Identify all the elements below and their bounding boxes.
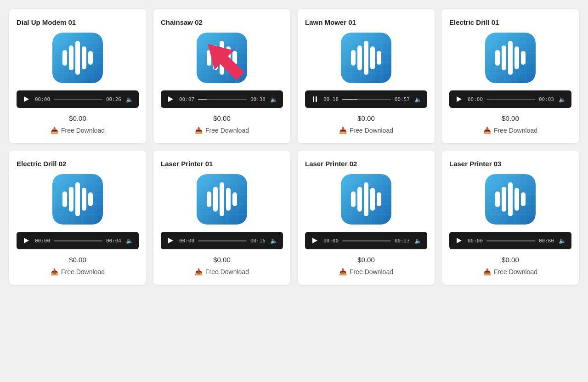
svg-rect-67: [69, 187, 74, 212]
sound-card-laser-printer-01: Laser Printer 01: [153, 151, 290, 285]
audio-player-electric-drill-01: 00:00 00:03 🔈: [449, 90, 571, 108]
sound-card-dial-up-modem-01: Dial Up Modem 01: [9, 9, 146, 143]
current-time-laser-printer-01: 00:00: [179, 238, 194, 244]
volume-icon: 🔈: [559, 96, 566, 103]
price-laser-printer-03: $0.00: [502, 256, 519, 264]
total-time-electric-drill-01: 00:03: [539, 96, 554, 102]
total-time-laser-printer-03: 00:60: [539, 238, 554, 244]
play-button-laser-printer-03[interactable]: [454, 236, 464, 246]
svg-rect-81: [213, 187, 218, 212]
volume-button-laser-printer-01[interactable]: 🔈: [269, 236, 278, 245]
audio-player-laser-printer-02: 00:00 00:23 🔈: [305, 232, 427, 249]
progress-bar-chainsaw-02[interactable]: [198, 99, 247, 100]
audio-player-electric-drill-02: 00:00 00:04 🔈: [17, 232, 139, 249]
current-time-dial-up-modem-01: 00:00: [35, 96, 50, 102]
download-link-lawn-mower-01[interactable]: 📥 Free Download: [339, 127, 393, 134]
svg-rect-40: [364, 41, 368, 75]
svg-rect-53: [502, 45, 506, 70]
audio-player-laser-printer-03: 00:00 00:60 🔈: [449, 232, 571, 249]
volume-button-laser-printer-02[interactable]: 🔈: [413, 236, 423, 245]
download-label-laser-printer-03: Free Download: [494, 268, 537, 275]
pause-button-lawn-mower-01[interactable]: [310, 94, 320, 104]
svg-rect-83: [226, 188, 231, 211]
card-title-dial-up-modem-01: Dial Up Modem 01: [17, 18, 76, 26]
svg-rect-108: [495, 191, 500, 207]
svg-rect-94: [351, 191, 356, 207]
play-button-chainsaw-02[interactable]: [165, 94, 175, 104]
download-icon-electric-drill-01: 📥: [483, 127, 491, 134]
svg-rect-24: [213, 45, 218, 70]
progress-bar-electric-drill-02[interactable]: [54, 240, 102, 242]
svg-rect-26: [226, 46, 231, 69]
progress-bar-lawn-mower-01[interactable]: [342, 99, 391, 100]
svg-rect-56: [521, 51, 526, 65]
sound-card-lawn-mower-01: Lawn Mower 01 00:: [298, 9, 435, 143]
svg-rect-112: [521, 192, 526, 206]
download-link-electric-drill-02[interactable]: 📥 Free Download: [51, 268, 105, 275]
play-icon: [312, 238, 317, 243]
play-button-electric-drill-01[interactable]: [454, 94, 464, 104]
progress-bar-dial-up-modem-01[interactable]: [54, 99, 102, 100]
svg-rect-68: [75, 182, 80, 216]
download-link-electric-drill-01[interactable]: 📥 Free Download: [483, 127, 537, 134]
volume-button-dial-up-modem-01[interactable]: 🔈: [125, 95, 134, 104]
volume-button-electric-drill-01[interactable]: 🔈: [558, 95, 567, 104]
download-label-chainsaw-02: Free Download: [205, 127, 249, 134]
play-button-laser-printer-01[interactable]: [165, 236, 175, 246]
play-button-laser-printer-02[interactable]: [310, 236, 320, 246]
price-lawn-mower-01: $0.00: [357, 114, 375, 122]
svg-rect-11: [75, 41, 80, 75]
download-icon-dial-up-modem-01: 📥: [51, 127, 58, 134]
sound-card-chainsaw-02: Chainsaw 02: [153, 9, 290, 143]
total-time-dial-up-modem-01: 00:26: [106, 96, 121, 102]
current-time-chainsaw-02: 00:07: [179, 96, 194, 102]
svg-rect-10: [69, 45, 74, 70]
download-label-electric-drill-01: Free Download: [494, 127, 537, 134]
download-label-dial-up-modem-01: Free Download: [61, 127, 105, 134]
current-time-electric-drill-01: 00:00: [468, 96, 483, 102]
volume-button-electric-drill-02[interactable]: 🔈: [125, 236, 134, 245]
download-link-chainsaw-02[interactable]: 📥 Free Download: [195, 127, 249, 134]
download-link-laser-printer-02[interactable]: 📥 Free Download: [339, 268, 393, 275]
current-time-laser-printer-02: 00:00: [323, 238, 339, 244]
svg-rect-70: [88, 192, 93, 206]
play-icon: [168, 238, 173, 243]
progress-bar-laser-printer-02[interactable]: [342, 240, 391, 242]
card-title-laser-printer-02: Laser Printer 02: [305, 160, 357, 168]
svg-rect-97: [370, 188, 375, 211]
volume-button-chainsaw-02[interactable]: 🔈: [269, 95, 278, 104]
progress-bar-electric-drill-01[interactable]: [486, 99, 535, 100]
svg-rect-52: [495, 50, 500, 66]
svg-rect-84: [232, 192, 237, 206]
price-electric-drill-02: $0.00: [69, 256, 86, 264]
download-link-laser-printer-03[interactable]: 📥 Free Download: [483, 268, 537, 275]
card-title-chainsaw-02: Chainsaw 02: [161, 18, 203, 26]
sound-card-electric-drill-01: Electric Drill 01: [442, 9, 579, 143]
price-chainsaw-02: $0.00: [213, 114, 231, 122]
total-time-lawn-mower-01: 00:57: [395, 96, 410, 102]
progress-bar-laser-printer-01[interactable]: [198, 240, 247, 242]
svg-rect-23: [207, 50, 211, 66]
svg-rect-13: [88, 51, 93, 65]
svg-rect-54: [508, 41, 513, 75]
download-link-laser-printer-01[interactable]: 📥 Free Download: [195, 268, 249, 275]
price-electric-drill-01: $0.00: [502, 114, 519, 122]
price-laser-printer-02: $0.00: [357, 256, 375, 264]
volume-icon: 🔈: [270, 237, 277, 244]
volume-icon: 🔈: [270, 96, 277, 103]
progress-bar-laser-printer-03[interactable]: [486, 240, 535, 242]
play-icon: [24, 96, 29, 102]
card-title-lawn-mower-01: Lawn Mower 01: [305, 18, 356, 26]
download-link-dial-up-modem-01[interactable]: 📥 Free Download: [51, 127, 105, 134]
play-button-dial-up-modem-01[interactable]: [21, 94, 31, 104]
volume-button-laser-printer-03[interactable]: 🔈: [558, 236, 567, 245]
svg-rect-111: [514, 188, 519, 211]
svg-rect-25: [220, 41, 224, 75]
sound-icon-chainsaw-02: [197, 33, 247, 83]
volume-button-lawn-mower-01[interactable]: 🔈: [413, 95, 423, 104]
total-time-electric-drill-02: 00:04: [106, 238, 121, 244]
sound-card-laser-printer-02: Laser Printer 02: [298, 151, 435, 285]
play-button-electric-drill-02[interactable]: [21, 236, 31, 246]
sound-icon-electric-drill-02: [52, 174, 103, 225]
volume-icon: 🔈: [126, 96, 133, 103]
